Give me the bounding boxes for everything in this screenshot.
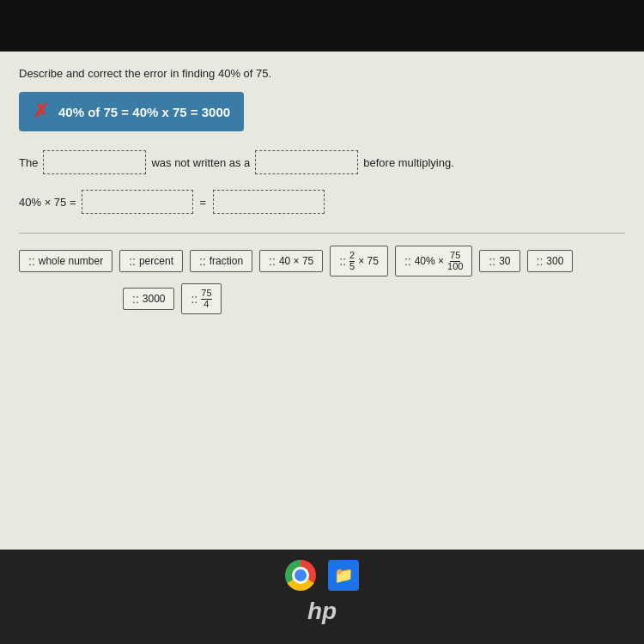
sentence-area: The was not written as a before multiply… (19, 150, 625, 174)
tile-fraction[interactable]: :: fraction (190, 250, 252, 272)
sentence-middle: was not written as a (151, 156, 250, 169)
error-box: ✗ 40% of 75 = 40% x 75 = 3000 (19, 92, 244, 131)
error-equation: 40% of 75 = 40% x 75 = 3000 (58, 105, 230, 119)
tiles-area: :: whole number :: percent :: fraction :… (19, 246, 625, 314)
sentence-prefix: The (19, 156, 38, 169)
tile-3000[interactable]: :: 3000 (123, 288, 174, 310)
tile-40pct-x-75over100[interactable]: :: 40% × 75 100 (395, 246, 473, 276)
answer-row: 40% × 75 = = (19, 190, 625, 214)
tile-40x75[interactable]: :: 40 × 75 (259, 250, 323, 272)
hp-logo: hp (307, 598, 337, 625)
main-content: Describe and correct the error in findin… (0, 52, 644, 550)
answer-prefix: 40% × 75 = (19, 196, 76, 209)
tile-300[interactable]: :: 300 (527, 250, 574, 272)
blank-box-1[interactable] (43, 150, 146, 174)
x-mark-icon: ✗ (33, 100, 48, 123)
sentence-suffix: before multiplying. (363, 156, 454, 169)
bottom-bar: 📁 hp (0, 550, 644, 644)
blank-box-4[interactable] (213, 190, 325, 214)
tile-whole-number[interactable]: :: whole number (19, 250, 112, 272)
tile-2over5x75[interactable]: :: 2 5 × 75 (330, 246, 388, 276)
chrome-icon[interactable] (285, 560, 316, 591)
question-text: Describe and correct the error in findin… (19, 67, 625, 80)
taskbar-icons: 📁 (285, 560, 359, 591)
top-black-bar (0, 0, 644, 52)
blank-box-3[interactable] (82, 190, 193, 214)
divider (19, 233, 625, 234)
tiles-row-2: :: 3000 :: 75 4 (19, 283, 625, 314)
tile-75over4[interactable]: :: 75 4 (181, 283, 221, 314)
tile-percent[interactable]: :: percent (119, 250, 183, 272)
blank-box-2[interactable] (255, 150, 358, 174)
tile-30[interactable]: :: 30 (479, 250, 519, 272)
folder-icon[interactable]: 📁 (328, 560, 359, 591)
